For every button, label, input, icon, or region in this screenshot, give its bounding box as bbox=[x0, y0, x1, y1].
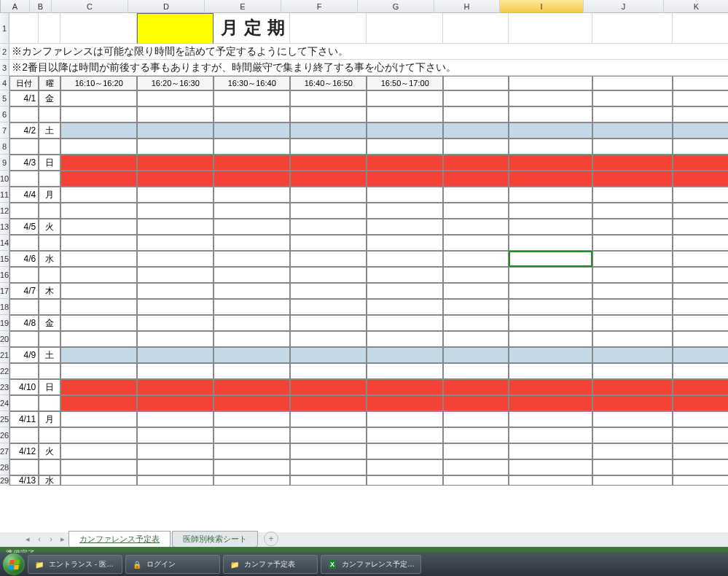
schedule-cell[interactable] bbox=[443, 171, 509, 187]
schedule-cell[interactable] bbox=[592, 171, 673, 187]
dow-cell[interactable] bbox=[39, 299, 60, 315]
schedule-cell[interactable] bbox=[509, 347, 592, 363]
schedule-cell[interactable] bbox=[367, 203, 443, 219]
start-button[interactable] bbox=[3, 553, 25, 575]
schedule-cell[interactable] bbox=[214, 139, 290, 155]
schedule-cell[interactable] bbox=[137, 427, 214, 443]
schedule-cell[interactable] bbox=[509, 155, 592, 171]
schedule-cell[interactable] bbox=[214, 427, 290, 443]
schedule-cell[interactable] bbox=[592, 379, 673, 395]
schedule-cell[interactable] bbox=[592, 411, 673, 427]
schedule-cell[interactable] bbox=[214, 315, 290, 331]
date-cell[interactable] bbox=[9, 235, 39, 251]
dow-cell[interactable]: 火 bbox=[39, 219, 60, 235]
schedule-cell[interactable] bbox=[673, 379, 728, 395]
schedule-cell[interactable] bbox=[592, 219, 673, 235]
schedule-cell[interactable] bbox=[290, 139, 367, 155]
header-slot-0[interactable]: 16:10～16:20 bbox=[60, 76, 137, 90]
schedule-cell[interactable] bbox=[443, 187, 509, 203]
schedule-cell[interactable] bbox=[443, 459, 509, 475]
schedule-cell[interactable] bbox=[60, 139, 137, 155]
schedule-cell[interactable] bbox=[592, 187, 673, 203]
schedule-cell[interactable] bbox=[290, 203, 367, 219]
schedule-cell[interactable] bbox=[443, 443, 509, 459]
schedule-cell[interactable] bbox=[673, 90, 728, 106]
row-header-16[interactable]: 16 bbox=[0, 267, 9, 283]
dow-cell[interactable] bbox=[39, 267, 60, 283]
schedule-cell[interactable] bbox=[509, 443, 592, 459]
header-slot-3[interactable]: 16:40～16:50 bbox=[290, 76, 367, 90]
schedule-cell[interactable] bbox=[673, 155, 728, 171]
schedule-cell[interactable] bbox=[290, 315, 367, 331]
schedule-cell[interactable] bbox=[60, 443, 137, 459]
row-header-29[interactable]: 29 bbox=[0, 475, 9, 486]
row-header-23[interactable]: 23 bbox=[0, 379, 9, 395]
row-header-12[interactable]: 12 bbox=[0, 203, 9, 219]
schedule-cell[interactable] bbox=[367, 90, 443, 106]
schedule-cell[interactable] bbox=[60, 379, 137, 395]
schedule-cell[interactable] bbox=[60, 219, 137, 235]
schedule-cell[interactable] bbox=[290, 331, 367, 347]
schedule-cell[interactable] bbox=[592, 251, 673, 267]
schedule-cell[interactable] bbox=[137, 363, 214, 379]
schedule-cell[interactable] bbox=[509, 187, 592, 203]
schedule-cell[interactable] bbox=[509, 459, 592, 475]
date-cell[interactable]: 4/1 bbox=[9, 90, 39, 106]
schedule-cell[interactable] bbox=[673, 459, 728, 475]
schedule-cell[interactable] bbox=[592, 427, 673, 443]
schedule-cell[interactable] bbox=[214, 251, 290, 267]
schedule-cell[interactable] bbox=[509, 331, 592, 347]
schedule-cell[interactable] bbox=[509, 106, 592, 122]
schedule-cell[interactable] bbox=[60, 363, 137, 379]
schedule-cell[interactable] bbox=[137, 411, 214, 427]
schedule-cell[interactable] bbox=[443, 122, 509, 139]
schedule-cell[interactable] bbox=[367, 122, 443, 139]
schedule-cell[interactable] bbox=[137, 90, 214, 106]
schedule-cell[interactable] bbox=[60, 187, 137, 203]
schedule-cell[interactable] bbox=[443, 283, 509, 299]
schedule-cell[interactable] bbox=[592, 155, 673, 171]
schedule-cell[interactable] bbox=[290, 187, 367, 203]
col-header-D[interactable]: D bbox=[128, 0, 205, 12]
row-header-21[interactable]: 21 bbox=[0, 347, 9, 363]
schedule-cell[interactable] bbox=[214, 171, 290, 187]
selected-cell[interactable] bbox=[509, 251, 592, 267]
row-header-9[interactable]: 9 bbox=[0, 155, 9, 171]
schedule-cell[interactable] bbox=[60, 251, 137, 267]
schedule-cell[interactable] bbox=[60, 155, 137, 171]
header-dow[interactable]: 曜 bbox=[39, 76, 60, 90]
header-slot-4[interactable]: 16:50～17:00 bbox=[367, 76, 443, 90]
row-header-2[interactable]: 2 bbox=[0, 44, 9, 60]
schedule-cell[interactable] bbox=[367, 171, 443, 187]
date-cell[interactable]: 4/6 bbox=[9, 251, 39, 267]
dow-cell[interactable]: 木 bbox=[39, 283, 60, 299]
schedule-cell[interactable] bbox=[214, 347, 290, 363]
schedule-cell[interactable] bbox=[509, 171, 592, 187]
schedule-cell[interactable] bbox=[367, 379, 443, 395]
schedule-cell[interactable] bbox=[673, 251, 728, 267]
sheet-nav-last[interactable]: ▸ bbox=[57, 532, 69, 545]
schedule-cell[interactable] bbox=[673, 443, 728, 459]
schedule-cell[interactable] bbox=[443, 235, 509, 251]
schedule-cell[interactable] bbox=[592, 459, 673, 475]
schedule-cell[interactable] bbox=[673, 411, 728, 427]
schedule-cell[interactable] bbox=[592, 235, 673, 251]
schedule-cell[interactable] bbox=[137, 315, 214, 331]
dow-cell[interactable] bbox=[39, 459, 60, 475]
schedule-cell[interactable] bbox=[60, 283, 137, 299]
schedule-cell[interactable] bbox=[443, 251, 509, 267]
schedule-cell[interactable] bbox=[137, 235, 214, 251]
row-header-15[interactable]: 15 bbox=[0, 251, 9, 267]
schedule-cell[interactable] bbox=[290, 395, 367, 411]
schedule-cell[interactable] bbox=[60, 315, 137, 331]
date-cell[interactable] bbox=[9, 299, 39, 315]
schedule-cell[interactable] bbox=[214, 363, 290, 379]
schedule-cell[interactable] bbox=[443, 427, 509, 443]
schedule-cell[interactable] bbox=[673, 139, 728, 155]
schedule-cell[interactable] bbox=[443, 331, 509, 347]
row-header-8[interactable]: 8 bbox=[0, 139, 9, 155]
dow-cell[interactable] bbox=[39, 427, 60, 443]
schedule-cell[interactable] bbox=[673, 315, 728, 331]
row-header-3[interactable]: 3 bbox=[0, 60, 9, 76]
date-cell[interactable]: 4/12 bbox=[9, 443, 39, 459]
